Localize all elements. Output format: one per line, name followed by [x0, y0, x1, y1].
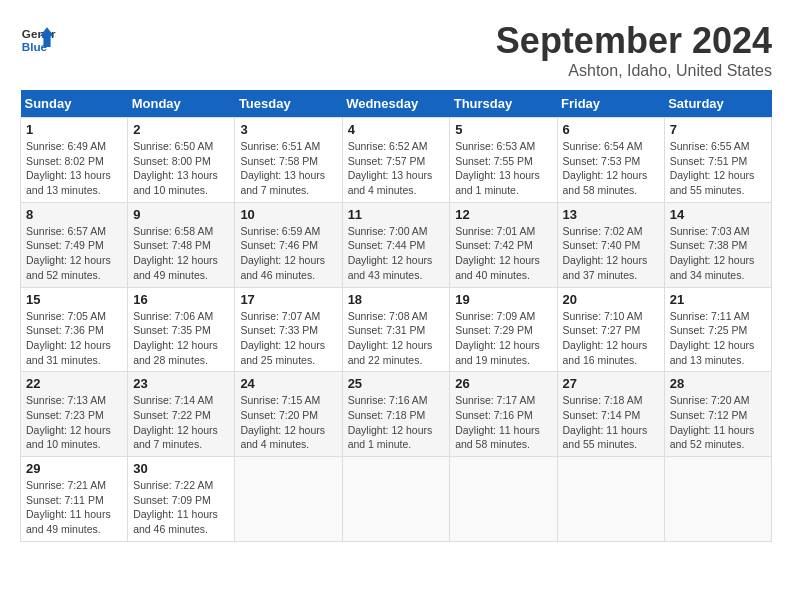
day-cell-23: 23Sunrise: 7:14 AM Sunset: 7:22 PM Dayli… — [128, 372, 235, 457]
col-header-wednesday: Wednesday — [342, 90, 450, 118]
day-cell-26: 26Sunrise: 7:17 AM Sunset: 7:16 PM Dayli… — [450, 372, 557, 457]
day-cell-4: 4Sunrise: 6:52 AM Sunset: 7:57 PM Daylig… — [342, 118, 450, 203]
calendar-table: SundayMondayTuesdayWednesdayThursdayFrid… — [20, 90, 772, 542]
day-number: 10 — [240, 207, 336, 222]
day-cell-18: 18Sunrise: 7:08 AM Sunset: 7:31 PM Dayli… — [342, 287, 450, 372]
day-detail: Sunrise: 6:51 AM Sunset: 7:58 PM Dayligh… — [240, 139, 336, 198]
day-cell-2: 2Sunrise: 6:50 AM Sunset: 8:00 PM Daylig… — [128, 118, 235, 203]
day-cell-9: 9Sunrise: 6:58 AM Sunset: 7:48 PM Daylig… — [128, 202, 235, 287]
day-cell-10: 10Sunrise: 6:59 AM Sunset: 7:46 PM Dayli… — [235, 202, 342, 287]
day-cell-27: 27Sunrise: 7:18 AM Sunset: 7:14 PM Dayli… — [557, 372, 664, 457]
day-detail: Sunrise: 7:21 AM Sunset: 7:11 PM Dayligh… — [26, 478, 122, 537]
day-number: 28 — [670, 376, 766, 391]
day-cell-3: 3Sunrise: 6:51 AM Sunset: 7:58 PM Daylig… — [235, 118, 342, 203]
day-number: 19 — [455, 292, 551, 307]
day-cell-24: 24Sunrise: 7:15 AM Sunset: 7:20 PM Dayli… — [235, 372, 342, 457]
day-detail: Sunrise: 7:08 AM Sunset: 7:31 PM Dayligh… — [348, 309, 445, 368]
day-number: 26 — [455, 376, 551, 391]
day-detail: Sunrise: 6:59 AM Sunset: 7:46 PM Dayligh… — [240, 224, 336, 283]
day-number: 18 — [348, 292, 445, 307]
day-number: 2 — [133, 122, 229, 137]
day-cell-16: 16Sunrise: 7:06 AM Sunset: 7:35 PM Dayli… — [128, 287, 235, 372]
day-detail: Sunrise: 7:01 AM Sunset: 7:42 PM Dayligh… — [455, 224, 551, 283]
day-cell-7: 7Sunrise: 6:55 AM Sunset: 7:51 PM Daylig… — [664, 118, 771, 203]
day-cell-28: 28Sunrise: 7:20 AM Sunset: 7:12 PM Dayli… — [664, 372, 771, 457]
calendar-subtitle: Ashton, Idaho, United States — [496, 62, 772, 80]
day-number: 5 — [455, 122, 551, 137]
day-cell-22: 22Sunrise: 7:13 AM Sunset: 7:23 PM Dayli… — [21, 372, 128, 457]
day-number: 15 — [26, 292, 122, 307]
day-cell-6: 6Sunrise: 6:54 AM Sunset: 7:53 PM Daylig… — [557, 118, 664, 203]
day-cell-19: 19Sunrise: 7:09 AM Sunset: 7:29 PM Dayli… — [450, 287, 557, 372]
day-number: 17 — [240, 292, 336, 307]
week-row-1: 1Sunrise: 6:49 AM Sunset: 8:02 PM Daylig… — [21, 118, 772, 203]
day-detail: Sunrise: 7:00 AM Sunset: 7:44 PM Dayligh… — [348, 224, 445, 283]
col-header-thursday: Thursday — [450, 90, 557, 118]
day-detail: Sunrise: 7:09 AM Sunset: 7:29 PM Dayligh… — [455, 309, 551, 368]
day-number: 1 — [26, 122, 122, 137]
day-number: 27 — [563, 376, 659, 391]
day-number: 16 — [133, 292, 229, 307]
title-area: September 2024 Ashton, Idaho, United Sta… — [496, 20, 772, 80]
day-detail: Sunrise: 7:18 AM Sunset: 7:14 PM Dayligh… — [563, 393, 659, 452]
day-detail: Sunrise: 7:10 AM Sunset: 7:27 PM Dayligh… — [563, 309, 659, 368]
day-detail: Sunrise: 7:02 AM Sunset: 7:40 PM Dayligh… — [563, 224, 659, 283]
day-number: 29 — [26, 461, 122, 476]
day-detail: Sunrise: 7:03 AM Sunset: 7:38 PM Dayligh… — [670, 224, 766, 283]
day-detail: Sunrise: 6:55 AM Sunset: 7:51 PM Dayligh… — [670, 139, 766, 198]
day-number: 20 — [563, 292, 659, 307]
empty-cell — [235, 457, 342, 542]
day-number: 25 — [348, 376, 445, 391]
day-cell-5: 5Sunrise: 6:53 AM Sunset: 7:55 PM Daylig… — [450, 118, 557, 203]
day-number: 23 — [133, 376, 229, 391]
day-cell-8: 8Sunrise: 6:57 AM Sunset: 7:49 PM Daylig… — [21, 202, 128, 287]
day-detail: Sunrise: 6:54 AM Sunset: 7:53 PM Dayligh… — [563, 139, 659, 198]
week-row-3: 15Sunrise: 7:05 AM Sunset: 7:36 PM Dayli… — [21, 287, 772, 372]
day-detail: Sunrise: 6:50 AM Sunset: 8:00 PM Dayligh… — [133, 139, 229, 198]
calendar-title: September 2024 — [496, 20, 772, 62]
day-cell-13: 13Sunrise: 7:02 AM Sunset: 7:40 PM Dayli… — [557, 202, 664, 287]
day-detail: Sunrise: 7:06 AM Sunset: 7:35 PM Dayligh… — [133, 309, 229, 368]
day-cell-21: 21Sunrise: 7:11 AM Sunset: 7:25 PM Dayli… — [664, 287, 771, 372]
day-number: 8 — [26, 207, 122, 222]
day-detail: Sunrise: 6:58 AM Sunset: 7:48 PM Dayligh… — [133, 224, 229, 283]
day-cell-11: 11Sunrise: 7:00 AM Sunset: 7:44 PM Dayli… — [342, 202, 450, 287]
column-headers: SundayMondayTuesdayWednesdayThursdayFrid… — [21, 90, 772, 118]
logo-icon: General Blue — [20, 20, 56, 56]
col-header-tuesday: Tuesday — [235, 90, 342, 118]
day-number: 9 — [133, 207, 229, 222]
col-header-monday: Monday — [128, 90, 235, 118]
day-number: 21 — [670, 292, 766, 307]
day-detail: Sunrise: 7:16 AM Sunset: 7:18 PM Dayligh… — [348, 393, 445, 452]
week-row-4: 22Sunrise: 7:13 AM Sunset: 7:23 PM Dayli… — [21, 372, 772, 457]
day-number: 22 — [26, 376, 122, 391]
day-detail: Sunrise: 7:15 AM Sunset: 7:20 PM Dayligh… — [240, 393, 336, 452]
col-header-sunday: Sunday — [21, 90, 128, 118]
day-detail: Sunrise: 6:49 AM Sunset: 8:02 PM Dayligh… — [26, 139, 122, 198]
day-number: 30 — [133, 461, 229, 476]
day-number: 7 — [670, 122, 766, 137]
day-cell-30: 30Sunrise: 7:22 AM Sunset: 7:09 PM Dayli… — [128, 457, 235, 542]
header: General Blue September 2024 Ashton, Idah… — [20, 20, 772, 80]
col-header-saturday: Saturday — [664, 90, 771, 118]
day-detail: Sunrise: 7:14 AM Sunset: 7:22 PM Dayligh… — [133, 393, 229, 452]
day-cell-1: 1Sunrise: 6:49 AM Sunset: 8:02 PM Daylig… — [21, 118, 128, 203]
day-detail: Sunrise: 6:57 AM Sunset: 7:49 PM Dayligh… — [26, 224, 122, 283]
day-number: 12 — [455, 207, 551, 222]
day-number: 14 — [670, 207, 766, 222]
logo: General Blue — [20, 20, 56, 56]
day-detail: Sunrise: 7:05 AM Sunset: 7:36 PM Dayligh… — [26, 309, 122, 368]
day-detail: Sunrise: 7:07 AM Sunset: 7:33 PM Dayligh… — [240, 309, 336, 368]
day-detail: Sunrise: 6:53 AM Sunset: 7:55 PM Dayligh… — [455, 139, 551, 198]
day-cell-17: 17Sunrise: 7:07 AM Sunset: 7:33 PM Dayli… — [235, 287, 342, 372]
day-number: 24 — [240, 376, 336, 391]
week-row-2: 8Sunrise: 6:57 AM Sunset: 7:49 PM Daylig… — [21, 202, 772, 287]
day-cell-29: 29Sunrise: 7:21 AM Sunset: 7:11 PM Dayli… — [21, 457, 128, 542]
day-number: 11 — [348, 207, 445, 222]
day-detail: Sunrise: 6:52 AM Sunset: 7:57 PM Dayligh… — [348, 139, 445, 198]
day-detail: Sunrise: 7:20 AM Sunset: 7:12 PM Dayligh… — [670, 393, 766, 452]
day-cell-14: 14Sunrise: 7:03 AM Sunset: 7:38 PM Dayli… — [664, 202, 771, 287]
empty-cell — [342, 457, 450, 542]
empty-cell — [450, 457, 557, 542]
day-detail: Sunrise: 7:22 AM Sunset: 7:09 PM Dayligh… — [133, 478, 229, 537]
